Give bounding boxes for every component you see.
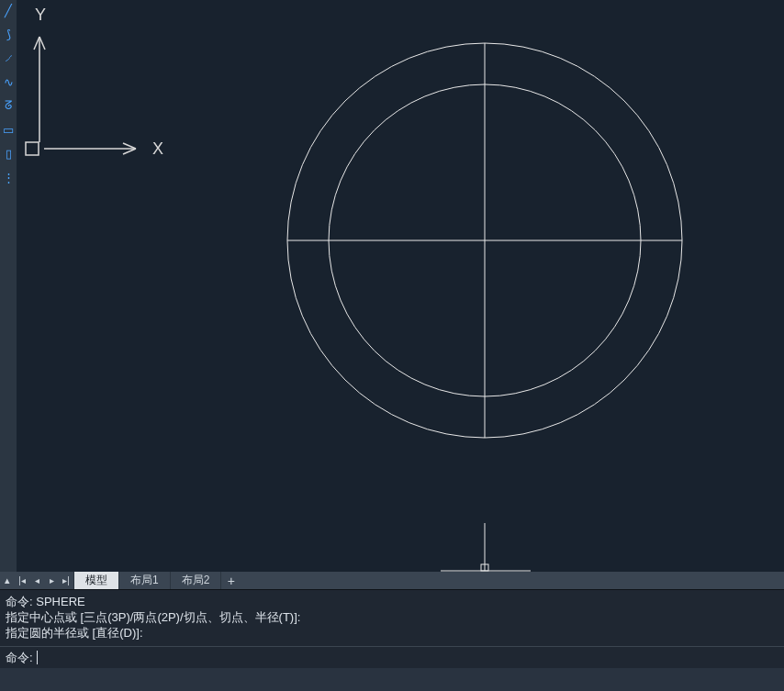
command-line: 命令: [0,646,784,668]
tool-curve-icon[interactable]: ᘔ [2,97,15,114]
tab-layout1[interactable]: 布局1 [118,572,170,589]
tool-arc-icon[interactable]: ⟆ [2,26,15,42]
tool-spline-icon[interactable]: ∿ [2,73,15,90]
cmd-hist-line1-cmd: SPHERE [36,595,84,608]
tool-polyline-icon[interactable]: ⟋ [2,50,15,66]
tab-nav-prev-icon[interactable]: ◂ [29,572,44,589]
tab-model-label: 模型 [85,573,107,588]
tool-rect-icon[interactable]: ▭ [2,121,15,138]
tool-line-icon[interactable]: ╱ [2,2,15,18]
cmd-hist-line2: 指定中心点或 [三点(3P)/两点(2P)/切点、切点、半径(T)]: [6,610,300,624]
tab-add-button[interactable]: + [220,572,241,589]
canvas-svg [17,0,784,572]
left-toolbar: ╱ ⟆ ⟋ ∿ ᘔ ▭ ▯ ⋮ [0,0,17,572]
tab-model[interactable]: 模型 [73,572,118,589]
tab-layout1-label: 布局1 [130,573,159,588]
tab-bar: ▴ |◂ ◂ ▸ ▸| 模型 布局1 布局2 + [0,572,784,589]
tab-nav-last-icon[interactable]: ▸| [59,572,73,589]
cmd-hist-line1-prefix: 命令: [6,595,33,608]
tab-collapse-button[interactable]: ▴ [0,572,15,589]
command-caret [37,651,38,664]
ground-marker [441,523,531,571]
cmd-hist-line3: 指定圆的半径或 [直径(D)]: [6,626,143,640]
command-input[interactable] [39,649,784,667]
command-prompt: 命令: [6,650,33,666]
tab-nav-first-icon[interactable]: |◂ [15,572,29,589]
tool-rect2-icon[interactable]: ▯ [2,145,15,162]
drawing-canvas[interactable]: Y X [17,0,784,572]
tool-misc-icon[interactable]: ⋮ [2,169,15,185]
tab-nav-next-icon[interactable]: ▸ [44,572,59,589]
status-bar [0,668,784,691]
tab-layout2-label: 布局2 [182,573,210,588]
command-history: 命令: SPHERE 指定中心点或 [三点(3P)/两点(2P)/切点、切点、半… [0,589,784,646]
tab-layout2[interactable]: 布局2 [170,572,221,589]
